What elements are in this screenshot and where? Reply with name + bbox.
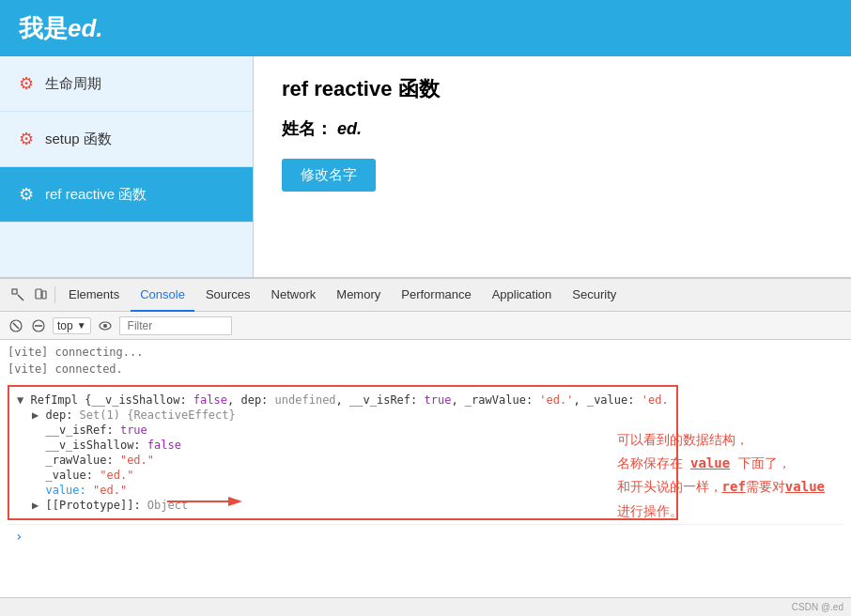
device-toolbar-icon[interactable]	[30, 285, 51, 305]
header: 我是ed.	[0, 0, 851, 56]
console-input-row: ›	[8, 524, 843, 547]
chevron-down-icon: ▼	[77, 320, 86, 331]
svg-marker-10	[228, 497, 242, 506]
svg-rect-1	[36, 289, 41, 299]
devtools-tabbar: Elements Console Sources Network Memory …	[0, 279, 851, 312]
inspect-element-icon[interactable]	[8, 285, 28, 305]
object-prop-v-isRef: __v_isRef: true	[17, 423, 669, 438]
console-line-vite-connected: [vite] connected.	[8, 361, 843, 377]
object-prop-prototype: ▶ [[Prototype]]: Object	[17, 498, 669, 513]
object-prop-value-private: _value: "ed."	[17, 468, 669, 483]
tab-application[interactable]: Application	[483, 279, 562, 312]
tab-console[interactable]: Console	[131, 279, 194, 312]
tab-sources[interactable]: Sources	[196, 279, 260, 312]
separator	[54, 286, 55, 303]
devtools-bottom-bar: CSDN @.ed	[0, 597, 851, 616]
annotation-ref-key: ref	[722, 479, 746, 494]
sidebar-item-label: ref reactive 函数	[45, 186, 147, 204]
tab-memory[interactable]: Memory	[327, 279, 390, 312]
object-header-line: ▼ RefImpl {__v_isShallow: false, dep: un…	[17, 393, 669, 408]
header-title: 我是ed.	[19, 12, 103, 45]
tab-performance[interactable]: Performance	[392, 279, 480, 312]
annotation-value-key2: value	[785, 479, 825, 494]
sidebar-item-setup[interactable]: ⚙ setup 函数	[0, 112, 253, 167]
sidebar-item-label: setup 函数	[45, 131, 112, 148]
main-title: ref reactive 函数	[282, 75, 823, 103]
annotation-line4: 进行操作。	[617, 500, 825, 523]
console-prompt: ›	[15, 529, 23, 544]
sidebar-item-ref-reactive[interactable]: ⚙ ref reactive 函数	[0, 167, 253, 223]
console-object: ▼ RefImpl {__v_isShallow: false, dep: un…	[8, 385, 678, 520]
watermark: CSDN @.ed	[792, 602, 843, 612]
sidebar: ⚙ 生命周期 ⚙ setup 函数 ⚙ ref reactive 函数	[0, 56, 254, 277]
block-requests-icon[interactable]	[30, 317, 47, 334]
object-prop-rawValue: _rawValue: "ed."	[17, 453, 669, 468]
object-prop-value: value: "ed."	[17, 483, 669, 498]
object-prop-v-isShallow: __v_isShallow: false	[17, 438, 669, 453]
gear-icon: ⚙	[19, 73, 34, 94]
annotation-box: 可以看到的数据结构， 名称保存在 value 下面了， 和开头说的一样，ref需…	[617, 428, 825, 523]
expand-arrow[interactable]: ▼	[17, 393, 23, 407]
change-name-button[interactable]: 修改名字	[282, 159, 376, 192]
svg-line-4	[13, 323, 19, 329]
eye-icon[interactable]	[97, 317, 114, 334]
clear-console-icon[interactable]	[8, 317, 24, 334]
tab-network[interactable]: Network	[262, 279, 326, 312]
annotation-line1: 可以看到的数据结构，	[617, 428, 825, 452]
arrow-indicator	[167, 492, 242, 514]
top-selector[interactable]: top ▼	[53, 317, 91, 334]
main-name: 姓名： ed.	[282, 117, 823, 140]
main-content: ref reactive 函数 姓名： ed. 修改名字	[254, 56, 851, 277]
svg-rect-2	[42, 291, 46, 299]
filter-input[interactable]	[119, 316, 232, 335]
sidebar-item-lifecycle[interactable]: ⚙ 生命周期	[0, 56, 253, 112]
devtools-panel: Elements Console Sources Network Memory …	[0, 277, 851, 616]
object-prop-dep: ▶ dep: Set(1) {ReactiveEffect}	[17, 408, 669, 423]
app-content: ⚙ 生命周期 ⚙ setup 函数 ⚙ ref reactive 函数 ref …	[0, 56, 851, 277]
annotation-line3: 和开头说的一样，ref需要对value	[617, 475, 825, 499]
gear-icon: ⚙	[19, 129, 34, 149]
console-line-vite-connecting: [vite] connecting...	[8, 344, 843, 361]
tab-elements[interactable]: Elements	[59, 279, 129, 312]
sidebar-item-label: 生命周期	[45, 75, 101, 93]
svg-point-8	[103, 324, 107, 328]
annotation-value-key: value	[690, 455, 730, 470]
expand-arrow[interactable]: ▶	[32, 408, 39, 422]
annotation-line2: 名称保存在 value 下面了，	[617, 452, 825, 475]
console-toolbar: top ▼	[0, 312, 851, 340]
gear-icon: ⚙	[19, 184, 34, 205]
console-output: [vite] connecting... [vite] connected. ▼…	[0, 340, 851, 597]
tab-security[interactable]: Security	[563, 279, 626, 312]
svg-rect-0	[12, 289, 17, 294]
expand-arrow[interactable]: ▶	[32, 499, 39, 512]
